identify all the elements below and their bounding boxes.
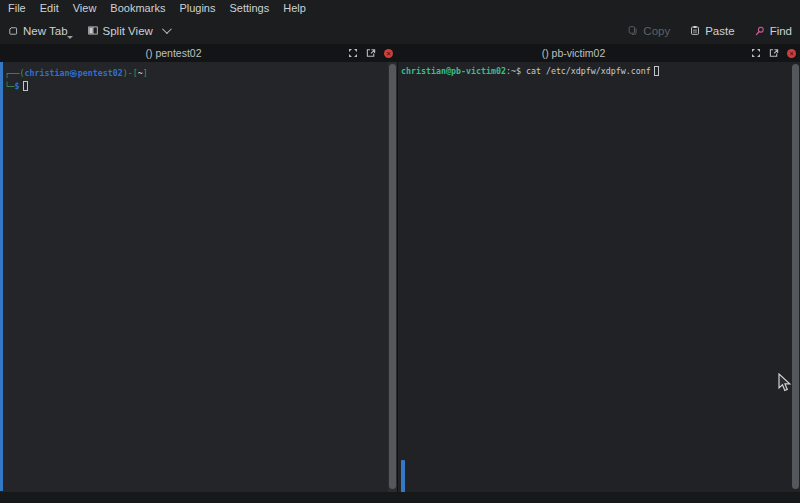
scrollbar[interactable] [791, 62, 800, 492]
typed-command: cat /etc/xdpfw/xdpfw.conf [526, 66, 651, 76]
prompt-frame: └─ [5, 81, 15, 91]
find-icon [755, 26, 765, 36]
menu-bookmarks[interactable]: Bookmarks [103, 0, 172, 17]
menu-view[interactable]: View [66, 0, 104, 17]
menu-settings[interactable]: Settings [222, 0, 276, 17]
prompt-frame: ┌──( [5, 68, 25, 78]
scrollbar[interactable] [388, 62, 397, 492]
paste-button[interactable]: Paste [684, 22, 740, 40]
split-title-bar: () pentest02 × () pb-victim02 × [0, 44, 800, 62]
split-view-button[interactable]: Split View [82, 22, 175, 40]
prompt-user-host: christian@pb-victim02 [401, 66, 506, 76]
terminal-cursor [654, 66, 660, 76]
pane-title-pentest02: () pentest02 [0, 44, 347, 62]
new-tab-label: New Tab [23, 25, 68, 37]
terminal-cursor [23, 81, 29, 91]
toolbar: New Tab Split View Copy Paste [0, 17, 800, 44]
menubar: File Edit View Bookmarks Plugins Setting… [0, 0, 800, 17]
copy-label: Copy [643, 25, 670, 37]
terminal-pane-pentest02[interactable]: ┌──(christian㉿pentest02)-[~] └─$ [0, 62, 397, 492]
copy-button[interactable]: Copy [622, 22, 676, 40]
find-button[interactable]: Find [749, 22, 798, 40]
menu-file[interactable]: File [1, 0, 33, 17]
prompt-frame: )-[ [123, 68, 138, 78]
menu-help[interactable]: Help [276, 0, 313, 17]
new-tab-button[interactable]: New Tab [2, 22, 74, 40]
terminal-output-pentest02: ┌──(christian㉿pentest02)-[~] └─$ [5, 67, 148, 93]
paste-icon [690, 26, 700, 36]
window-bottom-edge [0, 492, 800, 503]
new-tab-icon [8, 26, 18, 36]
close-pane-button[interactable]: × [787, 49, 796, 58]
mouse-cursor-icon [778, 373, 792, 397]
prompt-char: $ [15, 81, 20, 91]
splitter-handle-highlight [401, 460, 405, 492]
maximize-pane-icon[interactable] [348, 48, 358, 58]
terminal-output-pb-victim02: christian@pb-victim02:~$ cat /etc/xdpfw/… [401, 65, 659, 78]
detach-pane-icon[interactable] [366, 48, 376, 58]
pane-tab-pentest02[interactable]: () pentest02 × [0, 44, 397, 62]
prompt-user-host: christian㉿pentest02 [24, 68, 122, 78]
detach-pane-icon[interactable] [769, 48, 779, 58]
menu-edit[interactable]: Edit [33, 0, 66, 17]
maximize-pane-icon[interactable] [751, 48, 761, 58]
new-tab-dropdown-caret [67, 36, 73, 39]
scrollbar-thumb[interactable] [389, 64, 396, 489]
active-pane-highlight [0, 62, 3, 491]
prompt-char: $ [516, 66, 526, 76]
split-view-label: Split View [103, 25, 153, 37]
copy-icon [628, 26, 638, 36]
find-label: Find [770, 25, 792, 37]
paste-label: Paste [705, 25, 734, 37]
pane-title-pb-victim02: () pb-victim02 [397, 44, 750, 62]
close-pane-button[interactable]: × [384, 49, 393, 58]
split-view-chevron-icon [162, 24, 172, 34]
terminal-pane-pb-victim02[interactable]: christian@pb-victim02:~$ cat /etc/xdpfw/… [398, 62, 800, 492]
konsole-window: File Edit View Bookmarks Plugins Setting… [0, 0, 800, 503]
scrollbar-thumb[interactable] [792, 64, 799, 489]
split-view-icon [88, 26, 98, 36]
pane-tab-pb-victim02[interactable]: () pb-victim02 × [397, 44, 800, 62]
menu-plugins[interactable]: Plugins [172, 0, 222, 17]
prompt-frame: ] [143, 68, 148, 78]
